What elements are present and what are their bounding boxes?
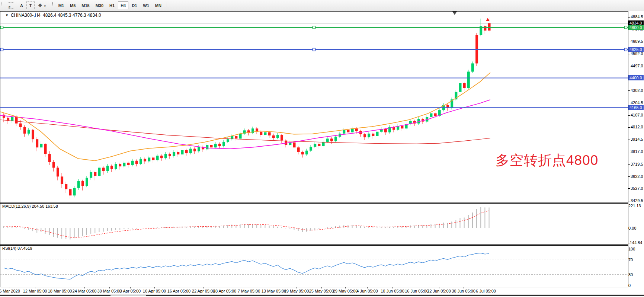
date-tick	[321, 287, 322, 288]
date-tick	[274, 287, 274, 288]
date-tick	[464, 287, 464, 288]
date-label: 3 Apr 05:00	[120, 289, 141, 293]
date-tick	[179, 287, 179, 288]
price-tick-label: 3622.0	[628, 174, 644, 179]
date-label: 16 Apr 05:00	[167, 289, 190, 293]
timeframe-W1[interactable]: W1	[140, 1, 152, 9]
timeframe-M30[interactable]: M30	[93, 1, 106, 9]
date-label: 19 May 05:00	[284, 289, 309, 293]
window-border	[0, 294, 644, 294]
hline-handle[interactable]	[1, 48, 3, 51]
date-tick	[130, 287, 131, 288]
timeframe-M1[interactable]: M1	[56, 1, 67, 9]
price-tick-label: 3914.5	[628, 137, 644, 141]
date-label: 25 May 05:00	[309, 289, 334, 293]
date-label: 29 May 05:00	[333, 289, 358, 293]
horizontal-scrollbar[interactable]	[0, 294, 644, 297]
date-tick	[84, 287, 85, 288]
ohlc-values: 4826.4 4845.3 4776.3 4834.0	[43, 13, 101, 18]
price-tick-label: 3719.5	[628, 162, 644, 166]
date-tick	[345, 287, 346, 288]
hline-handle[interactable]	[625, 26, 627, 29]
date-label: 28 Apr 05:00	[213, 289, 236, 293]
macd-tick-label: 0.00	[628, 226, 644, 230]
text-label-button[interactable]: A	[17, 1, 26, 9]
macd-tick-label: 221.13	[628, 204, 644, 208]
hline-handle[interactable]	[313, 48, 315, 51]
date-label: 6 Jul 05:00	[476, 289, 496, 293]
toolbar-grip[interactable]	[1, 2, 3, 9]
timeframe-D1[interactable]: D1	[129, 1, 140, 9]
hline-handle[interactable]	[1, 26, 3, 29]
date-tick	[249, 287, 249, 288]
price-tick-label: 4012.0	[628, 125, 644, 129]
scrollbar-track[interactable]	[0, 295, 644, 296]
toolbar: F A T ❖ ▾ M1M5M15M30H1H4D1W1MN	[0, 0, 644, 11]
date-label: 30 Jun 05:00	[452, 289, 475, 293]
date-tick	[225, 287, 225, 288]
price-tick-label: 3429.5	[628, 198, 644, 203]
date-tick	[10, 287, 10, 288]
toolbar-separator	[167, 1, 167, 10]
timeframe-MN[interactable]: MN	[153, 1, 164, 9]
timeframe-M5[interactable]: M5	[67, 1, 78, 9]
price-axis: 4884.54787.04689.54592.04497.04400.04302…	[628, 11, 644, 297]
price-tick-label: 4689.5	[628, 39, 644, 44]
price-tick-label: 4302.0	[628, 88, 644, 93]
date-label: 16 Jun 05:00	[405, 289, 429, 293]
annotation-text[interactable]: 多空转折点4800	[496, 151, 598, 170]
price-tick-label: 3527.0	[628, 186, 644, 191]
indicator-template-button[interactable]: F	[5, 1, 17, 9]
date-label: 6 Mar 2020	[0, 289, 20, 293]
chevron-down-icon: ▾	[44, 4, 46, 8]
price-tag-4800.0[interactable]: 4800.0	[628, 25, 644, 30]
timeframe-H4[interactable]: H4	[118, 1, 128, 9]
date-tick	[393, 287, 393, 288]
scrollbar-thumb[interactable]	[110, 295, 146, 296]
price-tag-4400.0[interactable]: 4400.0	[628, 75, 644, 80]
shapes-button[interactable]: ❖ ▾	[35, 1, 48, 9]
date-label: 7 May 05:00	[238, 289, 260, 293]
price-tag-4165.0[interactable]: 4165.0	[628, 105, 644, 110]
price-tag-4625.0[interactable]: 4625.0	[628, 47, 644, 52]
date-label: 24 Mar 05:00	[73, 289, 97, 293]
date-tick	[109, 287, 110, 288]
symbol-period-label: CHINA300-,H4	[11, 13, 41, 18]
date-label: 4 Jun 05:00	[356, 289, 378, 293]
date-tick	[367, 287, 368, 288]
hline-handle[interactable]	[625, 48, 627, 51]
date-label: 10 Apr 05:00	[143, 289, 166, 293]
date-tick	[417, 287, 417, 288]
macd-tick-label: -144.84	[628, 240, 644, 245]
date-tick	[60, 287, 60, 288]
date-label: 13 May 05:00	[262, 289, 286, 293]
date-tick	[154, 287, 155, 288]
timeframe-H1[interactable]: H1	[107, 1, 117, 9]
date-label: 10 Jun 05:00	[381, 289, 404, 293]
timeframe-group: M1M5M15M30H1H4D1W1MN	[55, 1, 164, 9]
trading-app-window: F A T ❖ ▾ M1M5M15M30H1H4D1W1MN ▼ CHINA30…	[0, 0, 644, 297]
date-label: 22 Apr 05:00	[192, 289, 215, 293]
toolbar-grip[interactable]	[52, 2, 54, 9]
rsi-tick-label: 0	[628, 283, 644, 288]
text-tool-button[interactable]: T	[26, 1, 35, 9]
date-tick	[35, 287, 35, 288]
shapes-icon: ❖	[38, 3, 42, 8]
date-label: 30 Mar 05:00	[97, 289, 122, 293]
price-tick-label: 4592.0	[628, 51, 644, 56]
timeframe-M15[interactable]: M15	[79, 1, 92, 9]
dotted-grid-icon: F	[8, 2, 14, 9]
date-tick	[297, 287, 297, 288]
rsi-label: RSI(14) 87.4519	[2, 246, 32, 250]
date-label: 18 Mar 05:00	[48, 289, 72, 293]
symbol-dropdown-icon[interactable]: ▼	[5, 13, 9, 17]
chart-window: ▼ CHINA300-,H4 4826.4 4845.3 4776.3 4834…	[0, 11, 644, 297]
date-label: 22 Jun 05:00	[427, 289, 451, 293]
price-tick-label: 3817.0	[628, 149, 644, 154]
price-tick-label: 4204.5	[628, 100, 644, 105]
hline-handle[interactable]	[313, 26, 315, 29]
price-tick-label: 4107.0	[628, 113, 644, 117]
price-tick-label: 4884.5	[628, 15, 644, 19]
date-tick	[486, 287, 486, 288]
date-tick	[204, 287, 204, 288]
